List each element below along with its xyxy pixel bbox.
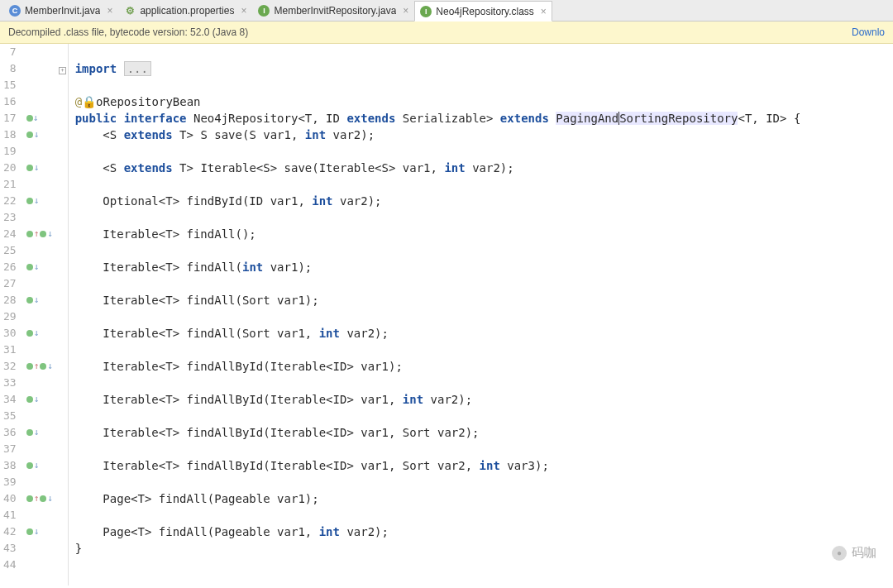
code-line[interactable] <box>75 408 893 424</box>
code-line[interactable]: } <box>75 540 893 557</box>
code-line[interactable]: Iterable<T> findAllById(Iterable<ID> var… <box>75 391 893 408</box>
code-line[interactable] <box>75 474 893 490</box>
close-icon[interactable]: × <box>104 5 112 17</box>
code-line[interactable]: Iterable<T> findAll(int var1); <box>75 259 893 275</box>
code-line[interactable] <box>75 143 893 160</box>
code-line[interactable] <box>75 176 893 193</box>
fold-cell <box>58 259 68 275</box>
code-editor[interactable]: 7815161718192021222324252627282930313233… <box>0 44 893 586</box>
watermark: ● 码咖 <box>832 545 876 561</box>
fold-cell <box>58 44 68 60</box>
code-line[interactable]: Iterable<T> findAllById(Iterable<ID> var… <box>75 358 893 375</box>
gutter-row <box>21 127 58 143</box>
tab-label: application.properties <box>140 5 234 17</box>
code-line[interactable] <box>75 557 893 573</box>
tab-memberinvit-java[interactable]: C MemberInvit.java × <box>3 0 118 21</box>
close-icon[interactable]: × <box>538 6 547 17</box>
gutter-row <box>21 275 58 292</box>
override-marker[interactable] <box>26 193 40 209</box>
line-number: 27 <box>3 275 17 292</box>
gutter-row <box>21 557 58 573</box>
class-file-icon: C <box>9 5 21 17</box>
override-up-marker[interactable] <box>26 226 40 242</box>
override-marker[interactable] <box>26 424 40 441</box>
code-line[interactable]: Iterable<T> findAllById(Iterable<ID> var… <box>75 457 893 474</box>
code-line[interactable]: Optional<T> findById(ID var1, int var2); <box>75 193 893 209</box>
override-marker[interactable] <box>26 127 40 143</box>
code-line[interactable]: @🔒oRepositoryBean <box>75 93 893 110</box>
banner-message: Decompiled .class file, bytecode version… <box>8 26 248 38</box>
line-number: 22 <box>3 193 17 209</box>
code-line[interactable] <box>75 242 893 259</box>
fold-cell <box>58 226 68 242</box>
line-number: 24 <box>3 226 17 242</box>
tab-label: Neo4jRepository.class <box>436 6 534 17</box>
close-icon[interactable]: × <box>238 5 246 17</box>
gutter-row <box>21 60 58 77</box>
code-line[interactable] <box>75 507 893 523</box>
gutter-row <box>21 193 58 209</box>
line-number: 39 <box>3 474 17 490</box>
line-number: 35 <box>3 408 17 424</box>
code-line[interactable]: Page<T> findAll(Pageable var1, int var2)… <box>75 523 893 540</box>
code-line[interactable]: Page<T> findAll(Pageable var1); <box>75 490 893 507</box>
override-up-marker[interactable] <box>26 490 40 507</box>
override-marker[interactable] <box>26 523 40 540</box>
fold-cell <box>58 540 68 557</box>
code-line[interactable] <box>75 275 893 292</box>
code-line[interactable]: Iterable<T> findAll(Sort var1); <box>75 292 893 308</box>
code-line[interactable]: Iterable<T> findAllById(Iterable<ID> var… <box>75 424 893 441</box>
code-line[interactable] <box>75 342 893 358</box>
line-number: 19 <box>3 143 17 160</box>
gutter-row <box>21 441 58 457</box>
override-marker[interactable] <box>40 490 53 507</box>
fold-cell <box>58 77 68 93</box>
gutter-row <box>21 342 58 358</box>
close-icon[interactable]: × <box>400 5 408 17</box>
line-number: 31 <box>3 342 17 358</box>
code-line[interactable] <box>75 77 893 93</box>
line-number: 18 <box>3 127 17 143</box>
code-line[interactable]: import ... <box>75 60 893 77</box>
tab-application-properties[interactable]: ⚙ application.properties × <box>118 0 252 21</box>
override-marker[interactable] <box>26 391 40 408</box>
code-line[interactable]: Iterable<T> findAll(); <box>75 226 893 242</box>
code-line[interactable]: Iterable<T> findAll(Sort var1, int var2)… <box>75 325 893 342</box>
code-line[interactable]: <S extends T> Iterable<S> save(Iterable<… <box>75 160 893 176</box>
code-line[interactable]: public interface Neo4jRepository<T, ID e… <box>75 110 893 127</box>
decompile-banner: Decompiled .class file, bytecode version… <box>0 22 893 44</box>
download-sources-link[interactable]: Downlo <box>852 26 885 38</box>
gutter-row <box>21 308 58 325</box>
code-line[interactable] <box>75 308 893 325</box>
override-marker[interactable] <box>26 259 40 275</box>
override-marker[interactable] <box>40 226 53 242</box>
override-marker[interactable] <box>26 292 40 308</box>
override-marker[interactable] <box>40 358 53 375</box>
implement-marker[interactable] <box>26 110 39 127</box>
override-marker[interactable] <box>26 325 40 342</box>
gutter-row <box>21 110 58 127</box>
override-marker[interactable] <box>26 457 40 474</box>
line-number: 21 <box>3 176 17 193</box>
gutter-row <box>21 358 58 375</box>
fold-expand-icon[interactable]: + <box>59 67 66 74</box>
import-fold[interactable]: ... <box>124 61 151 76</box>
gutter-row <box>21 457 58 474</box>
code-area[interactable]: import ... @🔒oRepositoryBeanpublic inter… <box>69 44 893 586</box>
fold-cell <box>58 441 68 457</box>
fold-cell <box>58 325 68 342</box>
line-number-column: 7815161718192021222324252627282930313233… <box>0 44 21 586</box>
gutter-row <box>21 507 58 523</box>
code-line[interactable]: <S extends T> S save(S var1, int var2); <box>75 127 893 143</box>
line-number: 42 <box>3 523 17 540</box>
code-line[interactable] <box>75 209 893 226</box>
code-line[interactable] <box>75 44 893 60</box>
line-number: 23 <box>3 209 17 226</box>
override-up-marker[interactable] <box>26 358 40 375</box>
tab-neo4jrepository-class[interactable]: I Neo4jRepository.class × <box>414 1 552 22</box>
override-marker[interactable] <box>26 160 40 176</box>
code-line[interactable] <box>75 441 893 457</box>
code-line[interactable] <box>75 375 893 391</box>
line-number: 16 <box>3 93 17 110</box>
tab-memberinvitrepository-java[interactable]: I MemberInvitRepository.java × <box>252 0 414 21</box>
